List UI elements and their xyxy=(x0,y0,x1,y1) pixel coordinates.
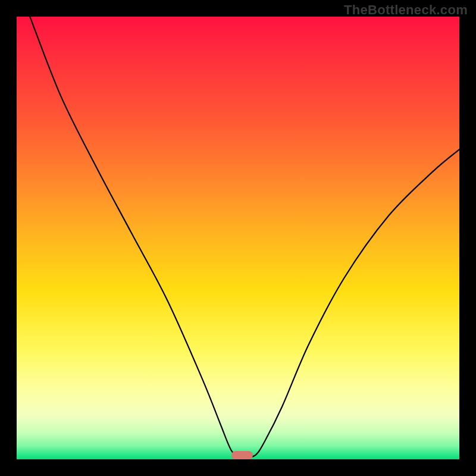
bottleneck-curve xyxy=(30,17,459,458)
optimal-marker xyxy=(231,451,253,459)
chart-stage: TheBottleneck.com xyxy=(0,0,476,476)
curve-svg xyxy=(17,17,459,459)
watermark-text: TheBottleneck.com xyxy=(344,2,468,18)
plot-area xyxy=(17,17,459,459)
